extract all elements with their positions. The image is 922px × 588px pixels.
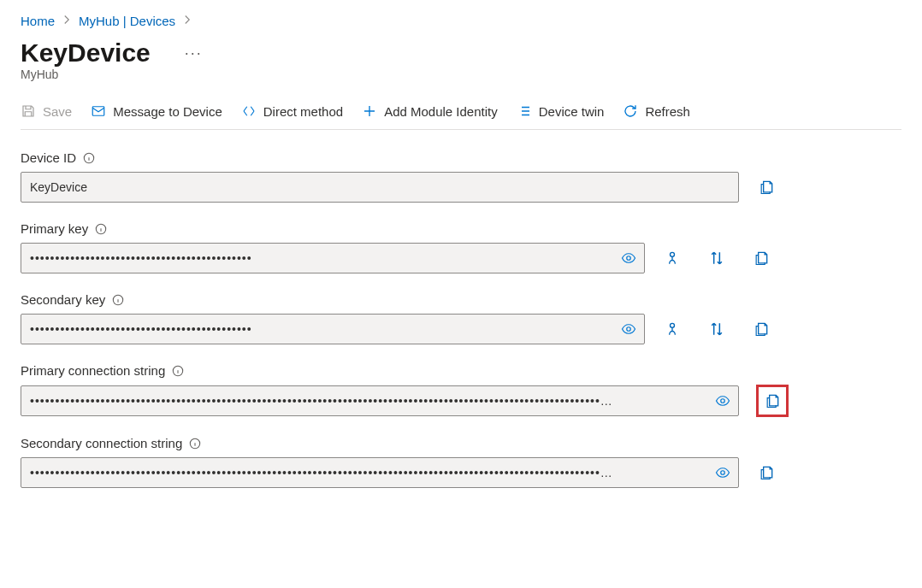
info-icon[interactable] [83,152,95,164]
svg-rect-0 [92,107,104,116]
refresh-label: Refresh [645,104,690,119]
page-title: KeyDevice [21,38,151,68]
info-icon[interactable] [172,365,184,377]
copy-icon[interactable] [756,462,777,483]
primary-conn-label: Primary connection string [21,363,165,378]
refresh-icon [623,103,638,119]
message-to-device-button[interactable]: Message to Device [91,103,222,119]
swap-icon[interactable] [706,248,727,268]
secondary-conn-input[interactable] [21,457,739,488]
copy-icon[interactable] [756,177,777,197]
svg-point-6 [627,327,631,332]
plus-icon [362,103,377,119]
svg-point-7 [671,323,675,327]
swap-icon[interactable] [706,319,727,339]
reveal-icon[interactable] [618,247,640,269]
info-icon[interactable] [95,223,107,235]
pin-icon[interactable] [163,50,169,56]
secondary-conn-field: Secondary connection string [21,436,901,488]
direct-method-button[interactable]: Direct method [241,103,343,119]
svg-point-3 [627,256,631,261]
breadcrumb-hub-devices[interactable]: MyHub | Devices [79,14,175,28]
message-label: Message to Device [113,104,222,119]
copy-icon[interactable] [751,248,771,268]
breadcrumb: Home MyHub | Devices [21,14,901,28]
primary-key-label: Primary key [21,221,88,236]
page-title-row: KeyDevice ··· [21,38,901,68]
primary-conn-input[interactable] [21,385,739,416]
primary-conn-field: Primary connection string [21,363,901,417]
regenerate-icon[interactable] [662,248,683,268]
reveal-icon[interactable] [712,390,734,412]
info-icon[interactable] [189,438,201,450]
toolbar: Save Message to Device Direct method Add… [21,97,901,130]
copy-icon[interactable] [751,319,771,339]
secondary-key-field: Secondary key [21,292,901,344]
regenerate-icon[interactable] [662,319,683,339]
svg-point-4 [671,252,675,256]
device-id-field: Device ID [21,150,901,203]
chevron-right-icon [182,15,192,27]
save-icon [21,103,36,119]
device-twin-button[interactable]: Device twin [517,103,605,119]
more-icon[interactable]: ··· [181,41,206,66]
list-icon [517,103,532,119]
breadcrumb-home[interactable]: Home [21,14,55,28]
message-icon [91,103,106,119]
svg-point-11 [721,471,725,475]
direct-method-label: Direct method [263,104,343,119]
direct-method-icon [241,103,257,119]
primary-key-input[interactable] [21,243,645,273]
chevron-right-icon [62,15,72,27]
reveal-icon[interactable] [712,462,734,484]
device-id-label: Device ID [21,150,76,165]
info-icon[interactable] [112,294,124,306]
secondary-key-input[interactable] [21,314,645,344]
primary-key-field: Primary key [21,221,901,273]
device-twin-label: Device twin [539,104,605,119]
save-button: Save [21,103,72,119]
reveal-icon[interactable] [618,318,640,340]
svg-point-9 [721,399,725,403]
add-module-button[interactable]: Add Module Identity [362,103,498,119]
secondary-conn-label: Secondary connection string [21,436,182,450]
add-module-label: Add Module Identity [384,104,498,119]
save-label: Save [43,104,72,119]
secondary-key-label: Secondary key [21,292,105,307]
refresh-button[interactable]: Refresh [623,103,690,119]
copy-icon[interactable] [756,385,789,417]
page-subtitle: MyHub [21,68,901,81]
device-id-input[interactable] [21,172,739,203]
